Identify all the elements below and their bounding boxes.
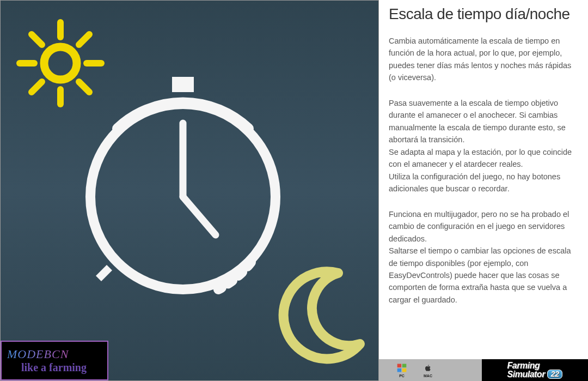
platform-bar: PC MAC Farming Simulator 22 — [379, 359, 588, 381]
svg-line-5 — [32, 34, 42, 45]
desc-paragraph: Utiliza la configuración del juego, no h… — [389, 171, 578, 195]
platform-label: MAC — [424, 374, 432, 378]
platform-mac: MAC — [421, 362, 434, 378]
svg-rect-10 — [172, 77, 194, 92]
svg-rect-15 — [402, 364, 407, 368]
apple-icon — [421, 362, 434, 373]
clock-icon — [63, 71, 303, 311]
windows-icon — [395, 362, 408, 373]
game-version: 22 — [547, 370, 563, 379]
platform-label: PC — [399, 374, 405, 378]
desc-paragraph: Se adapta al mapa y la estación, por lo … — [389, 146, 578, 171]
platform-pc: PC — [395, 362, 408, 378]
moon-icon — [267, 262, 371, 366]
svg-line-8 — [79, 34, 89, 45]
desc-paragraph: Pasa suavemente a la escala de tiempo ob… — [389, 97, 578, 146]
game-title: Farming Simulator 22 — [507, 361, 563, 379]
source-name: MODEBCN — [7, 347, 107, 361]
game-badge: Farming Simulator 22 — [482, 359, 588, 381]
svg-line-7 — [32, 82, 42, 92]
svg-rect-14 — [397, 364, 402, 368]
desc-paragraph: Saltarse el tiempo o cambiar las opcione… — [389, 245, 578, 306]
page-title: Escala de tiempo día/noche — [389, 5, 578, 23]
desc-paragraph: Cambia automáticamente la escala de tiem… — [389, 35, 578, 84]
mod-illustration: MODEBCN like a farming — [0, 0, 379, 381]
source-tagline: like a farming — [7, 361, 107, 374]
svg-marker-11 — [96, 265, 112, 281]
description-body: Cambia automáticamente la escala de tiem… — [389, 35, 578, 306]
description-panel: Escala de tiempo día/noche Cambia automá… — [379, 0, 588, 381]
source-badge: MODEBCN like a farming — [1, 341, 108, 380]
svg-rect-16 — [397, 368, 402, 372]
svg-line-13 — [183, 197, 216, 235]
desc-paragraph: Funciona en multijugador, pero no se ha … — [389, 208, 578, 245]
svg-rect-17 — [402, 368, 407, 372]
